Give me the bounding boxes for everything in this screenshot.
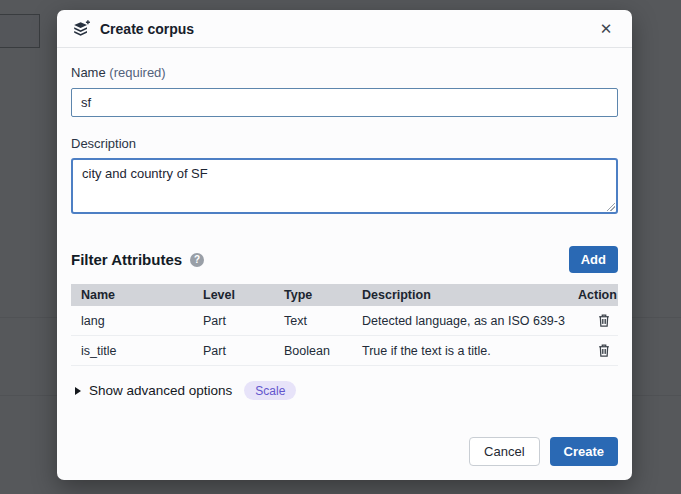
attr-type: Boolean: [274, 344, 352, 358]
column-header-type: Type: [274, 288, 352, 302]
column-header-name: Name: [71, 288, 193, 302]
attr-description: Detected language, as an ISO 639-3: [352, 314, 568, 328]
name-label: Name (required): [71, 64, 618, 81]
advanced-options-toggle[interactable]: Show advanced options Scale: [71, 381, 618, 400]
description-textarea[interactable]: city and country of SF: [71, 158, 618, 214]
help-icon[interactable]: ?: [190, 253, 204, 267]
close-icon[interactable]: ✕: [594, 17, 618, 41]
table-row: lang Part Text Detected language, as an …: [71, 306, 618, 336]
background-button-outline: [0, 14, 40, 48]
dialog-header: Create corpus ✕: [57, 10, 632, 48]
column-header-level: Level: [193, 288, 274, 302]
attr-level: Part: [193, 314, 274, 328]
description-label: Description: [71, 135, 618, 152]
cancel-button[interactable]: Cancel: [469, 437, 539, 466]
dialog-title: Create corpus: [100, 21, 585, 37]
column-header-description: Description: [352, 288, 568, 302]
add-attribute-button[interactable]: Add: [569, 246, 618, 273]
attr-name: is_title: [71, 344, 193, 358]
delete-attribute-button[interactable]: [594, 311, 614, 330]
table-row: is_title Part Boolean True if the text i…: [71, 336, 618, 366]
filter-attributes-heading: Filter Attributes: [71, 251, 182, 268]
chevron-right-icon: [75, 387, 81, 395]
attr-name: lang: [71, 314, 193, 328]
attr-description: True if the text is a title.: [352, 344, 568, 358]
trash-icon: [597, 313, 611, 328]
attr-type: Text: [274, 314, 352, 328]
table-header-row: Name Level Type Description Action: [71, 284, 618, 306]
name-input[interactable]: [71, 88, 618, 117]
dialog-body: Name (required) Description city and cou…: [57, 48, 632, 480]
scale-badge: Scale: [244, 381, 296, 400]
dialog-footer: Cancel Create: [469, 437, 618, 466]
delete-attribute-button[interactable]: [594, 341, 614, 360]
attr-level: Part: [193, 344, 274, 358]
corpus-layers-icon: [71, 19, 91, 39]
required-note: (required): [109, 65, 165, 80]
column-header-action: Action: [568, 288, 618, 302]
filter-attributes-table: Name Level Type Description Action lang …: [71, 284, 618, 366]
create-button[interactable]: Create: [550, 437, 618, 466]
create-corpus-dialog: Create corpus ✕ Name (required) Descript…: [57, 10, 632, 480]
advanced-options-label[interactable]: Show advanced options: [89, 383, 232, 398]
trash-icon: [597, 343, 611, 358]
